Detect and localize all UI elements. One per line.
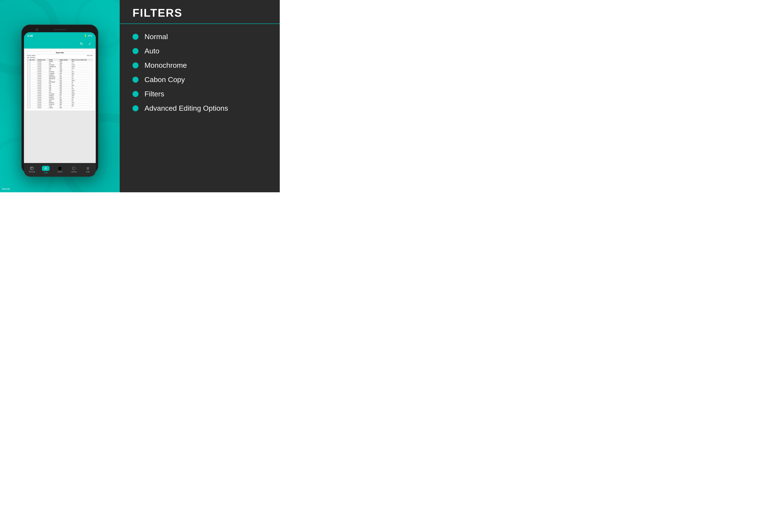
table-cell: FUTSTK xyxy=(37,102,49,104)
nav-label-mono: mono xyxy=(57,171,62,173)
bottom-nav: Normal Auto mono carbon Edit xyxy=(24,163,96,177)
table-cell: 1500 xyxy=(59,66,71,68)
table-row: 33FUTSTKPNB550088.8 xyxy=(27,88,93,90)
table-cell: 3 xyxy=(27,87,29,88)
table-cell: FUTSTK xyxy=(37,83,49,85)
edit-icon xyxy=(86,167,90,170)
table-cell: 3 xyxy=(27,100,29,102)
table-cell: TITAN xyxy=(49,105,59,107)
table-cell: 88.8 xyxy=(71,88,93,90)
table-cell: 3 xyxy=(29,105,37,107)
table-cell: 303.65 xyxy=(71,80,93,81)
table-cell: FUTSTK xyxy=(37,66,49,68)
table-row: 33FUTSTKKPIT4500302.75 xyxy=(27,90,93,92)
table-row: 33FUTSTKPETRONET6000237.4 xyxy=(27,71,93,73)
table-cell: INDIACEM xyxy=(49,102,59,104)
table-cell: 2200 xyxy=(59,76,71,78)
table-cell: 88.95 xyxy=(71,85,93,87)
doc-title: Report Data xyxy=(28,52,92,53)
table-cell: 3000 xyxy=(59,98,71,100)
nav-item-normal[interactable]: Normal xyxy=(27,167,37,173)
table-cell: 3 xyxy=(29,85,37,87)
table-cell: 341 xyxy=(71,76,93,78)
nav-item-edit[interactable]: Edit xyxy=(83,167,93,173)
nav-label-edit: Edit xyxy=(86,171,90,173)
table-cell: KPIT xyxy=(49,90,59,92)
nav-label-carbon: carbon xyxy=(71,171,77,173)
check-icon[interactable]: ✓ xyxy=(88,41,91,46)
table-cell: PNB xyxy=(49,87,59,88)
table-cell: 2200 xyxy=(59,81,71,83)
auto-icon xyxy=(44,167,47,170)
table-row: 33FUTSTKBERGEPAINT2200341 xyxy=(27,76,93,78)
table-row: 33FUTSTKIFCI2500017.1 xyxy=(27,63,93,64)
nav-item-mono[interactable]: mono xyxy=(55,167,65,173)
table-cell: 250 xyxy=(59,97,71,98)
phone-speaker xyxy=(53,29,66,30)
table-cell: FUTSTK xyxy=(37,78,49,80)
table-cell: 3 xyxy=(29,61,37,63)
table-row: 33FUTSTKPNB550089 xyxy=(27,87,93,88)
table-row: 33FUTSTKKPIT4500303.65 xyxy=(27,80,93,81)
table-cell: 3 xyxy=(29,81,37,83)
table-cell: PETRONET xyxy=(49,98,59,100)
mono-icon xyxy=(58,167,62,170)
table-cell: 3 xyxy=(27,75,29,76)
table-cell: 25000 xyxy=(59,63,71,64)
table-row: 33FUTSTKPFC600092 xyxy=(27,83,93,85)
table-cell: ARVIND xyxy=(49,107,59,109)
table-row: 33FUTSTKCHENNPETRO1500318.45 xyxy=(27,66,93,68)
table-cell: 3 xyxy=(29,95,37,97)
table-row: 33FUTSTKPETRONET3000235.1 xyxy=(27,104,93,105)
filter-dot xyxy=(133,77,138,83)
table-cell: FUTSTK xyxy=(37,81,49,83)
table-cell: 3 xyxy=(27,66,29,68)
table-cell: 250 xyxy=(59,95,71,97)
table-cell: 92 xyxy=(71,83,93,85)
table-row: 33FUTSTKDRREDDY2502452 xyxy=(27,97,93,98)
table-cell: 3 xyxy=(27,85,29,87)
table-cell: 245 xyxy=(71,98,93,100)
table-cell: 345 xyxy=(71,78,93,80)
table-cell: 79.35 xyxy=(71,68,93,69)
table-cell: 3 xyxy=(27,81,29,83)
table-cell: BERGEPAINT xyxy=(49,76,59,78)
nav-item-carbon[interactable]: carbon xyxy=(69,167,79,173)
table-cell: 25000 xyxy=(59,69,71,71)
table-cell: 3 xyxy=(27,88,29,90)
table-cell: 3 xyxy=(29,75,37,76)
table-cell xyxy=(71,107,93,109)
table-cell: FUTSTK xyxy=(37,75,49,76)
phone-device: 2:40 🔋 20% ↻ ✓ Report Data xyxy=(21,25,98,174)
svg-point-5 xyxy=(45,168,47,169)
phone-screen: 2:40 🔋 20% ↻ ✓ Report Data xyxy=(24,32,96,177)
nav-icon-wrap-normal xyxy=(30,167,34,170)
table-cell: KPIT xyxy=(49,80,59,81)
table-cell: 3 xyxy=(27,76,29,78)
filter-item-auto: Auto xyxy=(133,47,267,55)
table-cell: 3 xyxy=(27,63,29,64)
table-cell: 302.75 xyxy=(71,90,93,92)
filter-item-filters: Filters xyxy=(133,90,267,98)
table-row: 33FUTSTKDRREDDY2502457 xyxy=(27,75,93,76)
table-cell: FUTSTK xyxy=(37,85,49,87)
table-cell: BERGEPAINT xyxy=(49,81,59,83)
table-row: 33FUTSTKARVIND3000 xyxy=(27,107,93,109)
table-cell: 3 xyxy=(29,98,37,100)
table-cell: FUTSTK xyxy=(37,61,49,63)
table-cell: 2455 xyxy=(71,95,93,97)
table-row: 33FUTSTKIFCI2500017 xyxy=(27,69,93,71)
table-cell: 3 xyxy=(27,98,29,100)
table-cell: PFC xyxy=(49,83,59,85)
table-row: 33FUTSTKGLENMARK1000568.2 xyxy=(27,73,93,75)
table-cell: PETRONET xyxy=(49,104,59,105)
nav-item-auto[interactable]: Auto xyxy=(41,166,51,174)
refresh-icon[interactable]: ↻ xyxy=(80,41,83,46)
table-cell: DRREDDY xyxy=(49,97,59,98)
table-cell: 5500 xyxy=(59,88,71,90)
table-cell: FUTSTK xyxy=(37,80,49,81)
status-bar: 2:40 🔋 20% xyxy=(24,32,96,39)
table-cell: 4500 xyxy=(59,90,71,92)
svg-line-13 xyxy=(47,167,47,167)
table-cell: 3 xyxy=(29,80,37,81)
